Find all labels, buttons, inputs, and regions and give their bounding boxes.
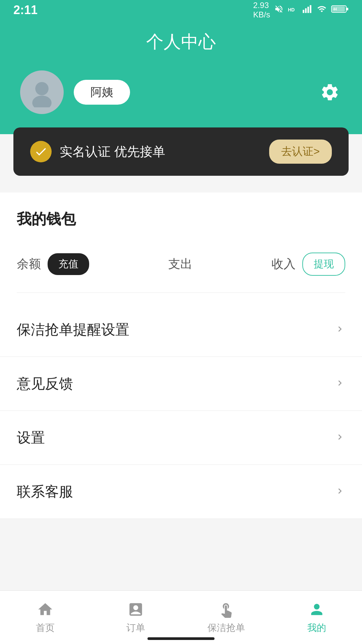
chevron-right-icon [335,432,345,444]
menu-item-label: 联系客服 [17,482,73,501]
grab-icon [218,601,235,618]
svg-point-10 [32,96,52,107]
status-time: 2:11 [13,3,38,17]
verify-icon [30,141,52,162]
nav-label-orders: 订单 [126,622,145,634]
username-badge[interactable]: 阿姨 [74,80,130,105]
signal-bars-icon [302,4,312,16]
svg-rect-3 [307,7,309,13]
data-speed: 2.93KB/s [253,1,270,19]
bottom-indicator [147,637,215,640]
recharge-button[interactable]: 充值 [48,253,89,275]
wallet-balance-col: 余额 充值 [17,253,89,275]
menu-item-feedback[interactable]: 意见反馈 [0,357,362,411]
svg-text:HD: HD [288,7,295,12]
nav-item-mine[interactable]: 我的 [272,597,362,634]
profile-left: 阿姨 [20,70,130,114]
nav-label-grab: 保洁抢单 [207,622,245,634]
wallet-income-col: 收入 提现 [272,253,345,276]
status-bar: 2:11 2.93KB/s HD 44 [0,0,362,20]
menu-item-label: 保洁抢单提醒设置 [17,320,129,339]
nav-item-orders[interactable]: 订单 [90,597,181,634]
verification-text: 实名认证 优先接单 [60,143,165,160]
page-title: 个人中心 [13,30,349,54]
nav-label-home: 首页 [36,622,55,634]
home-icon [37,601,54,618]
expense-label: 支出 [168,257,192,271]
menu-item-cleaning-reminder[interactable]: 保洁抢单提醒设置 [0,303,362,357]
wallet-title: 我的钱包 [17,209,345,229]
withdraw-button[interactable]: 提现 [302,253,345,276]
svg-text:44: 44 [333,7,337,11]
nav-item-home[interactable]: 首页 [0,597,90,634]
chevron-right-icon [335,378,345,390]
menu-item-contact[interactable]: 联系客服 [0,465,362,519]
profile-row: 阿姨 [13,70,349,114]
avatar[interactable] [20,70,64,114]
battery-icon: 44 [331,4,349,16]
svg-rect-2 [305,8,307,13]
balance-label: 余额 [17,256,41,272]
svg-rect-6 [347,8,348,10]
nav-item-grab[interactable]: 保洁抢单 [181,597,272,634]
wallet-expense-col: 支出 [168,256,192,272]
wifi-icon [316,4,327,16]
income-label: 收入 [272,256,296,272]
wallet-section: 我的钱包 余额 充值 支出 收入 提现 [0,193,362,303]
mine-icon [308,601,325,618]
svg-point-9 [35,82,49,95]
menu-list: 保洁抢单提醒设置 意见反馈 设置 联系客服 [0,303,362,519]
network-icon: HD [288,4,298,16]
verification-banner: 实名认证 优先接单 去认证> [13,127,349,176]
svg-rect-1 [303,10,304,13]
menu-item-label: 设置 [17,428,45,447]
menu-item-settings[interactable]: 设置 [0,411,362,465]
bottom-nav: 首页 订单 保洁抢单 我的 [0,590,362,644]
status-icons: 2.93KB/s HD 44 [253,1,349,19]
wallet-row: 余额 充值 支出 收入 提现 [17,246,345,293]
orders-icon [127,601,144,618]
chevron-right-icon [335,486,345,498]
nav-label-mine: 我的 [307,622,326,634]
verify-button[interactable]: 去认证> [269,140,332,164]
settings-icon[interactable] [318,80,342,104]
svg-rect-4 [310,5,311,13]
content-area: 我的钱包 余额 充值 支出 收入 提现 保洁抢单提醒设置 意见反馈 [0,193,362,519]
header: 个人中心 阿姨 [0,20,362,134]
verification-left: 实名认证 优先接单 [30,141,165,162]
chevron-right-icon [335,324,345,336]
menu-item-label: 意见反馈 [17,374,73,393]
signal-mute-icon [274,4,284,16]
